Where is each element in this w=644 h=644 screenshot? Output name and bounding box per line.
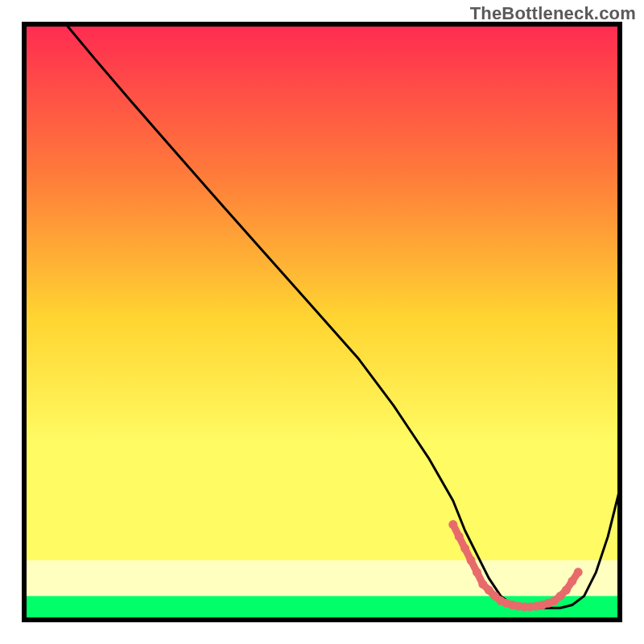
highlight-dot [473, 568, 481, 576]
highlight-dot [460, 544, 469, 553]
pale-band [24, 560, 620, 596]
highlight-dot [568, 576, 576, 585]
highlight-dot [448, 520, 457, 529]
highlight-dot [467, 556, 476, 565]
attribution-label: TheBottleneck.com [470, 3, 636, 24]
highlight-dot [574, 568, 583, 576]
gradient-background [24, 24, 620, 560]
highlight-dot [562, 586, 571, 595]
chart-container: TheBottleneck.com [0, 0, 644, 644]
bottleneck-chart [0, 0, 644, 644]
highlight-dot [455, 532, 464, 541]
